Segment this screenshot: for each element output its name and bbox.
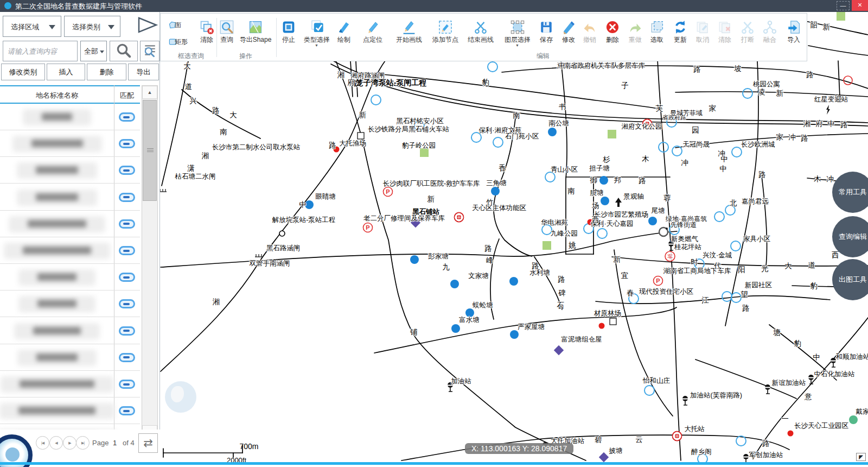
map-nav-icon[interactable]: ◤ — [856, 453, 866, 461]
page-value[interactable]: 1 — [113, 439, 117, 447]
table-row[interactable] — [0, 371, 140, 397]
parking-icon[interactable]: P — [384, 187, 393, 197]
marker-circle[interactable] — [732, 147, 742, 157]
table-row[interactable] — [0, 157, 140, 184]
table-row[interactable] — [0, 424, 140, 430]
marker-park[interactable] — [608, 130, 616, 138]
match-toggle[interactable] — [119, 326, 135, 336]
match-toggle[interactable] — [119, 299, 135, 308]
marker-pond[interactable] — [599, 176, 608, 185]
last-page-button[interactable]: ▶| — [76, 436, 90, 450]
match-toggle[interactable] — [119, 353, 135, 362]
table-row[interactable] — [0, 264, 140, 291]
scroll-up-button[interactable]: ▲ — [142, 86, 157, 99]
table-row[interactable] — [0, 237, 140, 264]
action-button-3[interactable]: 导出 — [128, 64, 159, 80]
match-toggle[interactable] — [119, 406, 135, 415]
match-toggle[interactable] — [119, 193, 135, 202]
sluice-icon[interactable] — [279, 231, 285, 236]
marker-red-dot[interactable] — [788, 431, 794, 437]
marker-red-circle[interactable] — [844, 76, 852, 85]
map-canvas[interactable]: PPP车 湘府路涵闸鸭笼子湾泵站-泵闸工程湖南省政府机关车队多层车库桃园公寓红星… — [160, 12, 868, 462]
first-page-button[interactable]: |◀ — [36, 436, 49, 450]
table-row[interactable] — [0, 184, 140, 211]
table-row[interactable] — [0, 291, 140, 317]
match-toggle[interactable] — [119, 246, 135, 255]
table-row[interactable] — [0, 211, 140, 237]
marker-square[interactable] — [358, 132, 364, 139]
table-scrollbar[interactable]: ▲ ▼ — [142, 85, 158, 439]
marker-red-dot[interactable] — [599, 323, 605, 329]
marker-circle[interactable] — [743, 89, 752, 98]
marker-circle[interactable] — [644, 386, 654, 395]
marker-pond[interactable] — [601, 197, 609, 205]
marker-green-dot[interactable] — [849, 415, 858, 424]
marker-park[interactable] — [837, 12, 845, 21]
table-row[interactable] — [0, 397, 140, 424]
match-toggle[interactable] — [119, 139, 135, 148]
dropdown-arrow-icon[interactable]: ▼ — [315, 43, 318, 47]
action-button-0[interactable]: 修改类别 — [1, 64, 45, 80]
marker-pond[interactable] — [509, 277, 518, 286]
close-button[interactable]: × — [852, 0, 868, 11]
table-row[interactable] — [0, 318, 140, 344]
category-select[interactable]: 选择类别 — [64, 16, 120, 37]
table-row[interactable] — [0, 344, 140, 371]
gas-station-icon[interactable] — [743, 454, 749, 462]
marker-square[interactable] — [610, 318, 616, 325]
match-toggle[interactable] — [119, 273, 135, 282]
action-button-1[interactable]: 插入 — [47, 64, 85, 80]
marker-pond[interactable] — [548, 128, 557, 136]
compass-globe[interactable]: W E N S — [160, 374, 203, 420]
weir-icon[interactable] — [160, 189, 167, 192]
marker-pond[interactable] — [648, 217, 657, 225]
prev-page-button[interactable]: ◀ — [49, 436, 63, 450]
search-button[interactable] — [110, 41, 138, 61]
marker-circle[interactable] — [722, 292, 732, 301]
dropdown-arrow-icon[interactable]: ▼ — [515, 43, 519, 47]
action-button-2[interactable]: 删除 — [87, 64, 126, 80]
weir-icon[interactable] — [255, 254, 263, 257]
side-tool-button-2[interactable]: 出图工具 — [832, 259, 868, 300]
match-toggle[interactable] — [119, 219, 135, 229]
match-toggle[interactable] — [119, 380, 135, 389]
table-row[interactable] — [0, 104, 140, 130]
metro-logo-icon[interactable]: 车 — [665, 251, 675, 261]
next-page-button[interactable]: ▶ — [63, 436, 76, 450]
match-toggle[interactable] — [119, 112, 135, 122]
substation-icon[interactable] — [826, 105, 830, 115]
marker-circle[interactable] — [597, 229, 607, 238]
minimize-button[interactable]: — — [837, 1, 850, 10]
street-office-icon[interactable] — [659, 228, 668, 236]
marker-circle[interactable] — [493, 137, 503, 147]
axis-arrow-icon[interactable] — [615, 198, 622, 207]
parking-icon[interactable]: P — [654, 276, 663, 286]
parking-icon[interactable]: P — [363, 223, 373, 232]
region-select[interactable]: 选择区域 — [3, 16, 61, 37]
table-row[interactable] — [0, 130, 140, 157]
marker-pond[interactable] — [451, 324, 460, 333]
marker-pond[interactable] — [410, 255, 419, 264]
marker-diamond[interactable] — [599, 452, 609, 462]
search-scope-select[interactable]: 全部 — [80, 41, 107, 61]
advanced-search-button[interactable] — [140, 41, 159, 61]
marker-diamond[interactable] — [554, 345, 564, 355]
marker-circle[interactable] — [371, 95, 381, 105]
marker-circle[interactable] — [488, 62, 497, 72]
gas-station-icon[interactable] — [682, 396, 688, 405]
side-tool-button-1[interactable]: 查询编辑 — [832, 216, 868, 257]
refresh-button[interactable]: ⇄ — [138, 433, 158, 453]
marker-pond[interactable] — [491, 187, 500, 195]
marker-pond[interactable] — [450, 280, 459, 288]
marker-circle[interactable] — [714, 212, 724, 222]
marker-circle[interactable] — [731, 241, 741, 251]
marker-circle[interactable] — [736, 436, 746, 446]
run-query-button[interactable] — [136, 16, 159, 34]
gas-station-icon[interactable] — [831, 358, 836, 367]
match-toggle[interactable] — [119, 166, 135, 175]
search-input[interactable] — [3, 41, 78, 61]
gas-station-icon[interactable] — [765, 384, 770, 394]
scroll-thumb[interactable] — [143, 100, 157, 201]
marker-park[interactable] — [542, 241, 551, 250]
side-tool-button-0[interactable]: 常用工具 — [832, 172, 868, 213]
